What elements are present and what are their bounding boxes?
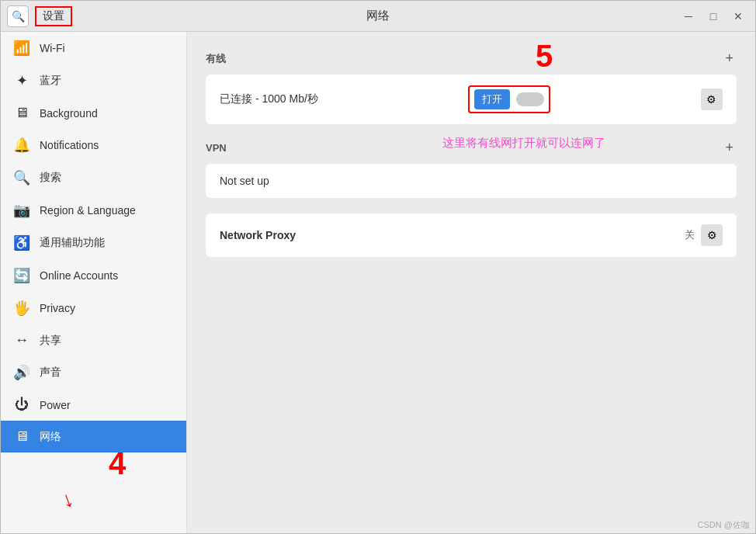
bluetooth-icon: ✦ xyxy=(13,72,30,89)
sidebar-item-label: Online Accounts xyxy=(40,269,118,282)
titlebar-left: 🔍 设置 xyxy=(7,5,72,27)
network-icon: 🖥 xyxy=(13,428,30,445)
wired-section: 有线 + 已连接 - 1000 Mb/秒 打开 ⚙ xyxy=(206,50,737,124)
sidebar-item-region[interactable]: 📷 Region & Language xyxy=(1,194,186,227)
sidebar-item-sound[interactable]: 🔊 声音 xyxy=(1,356,186,389)
titlebar: 🔍 设置 网络 ─ □ ✕ xyxy=(1,1,755,32)
maximize-button[interactable]: □ xyxy=(702,8,724,25)
vpn-section-title: VPN xyxy=(206,142,227,154)
vpn-section: VPN + Not set up xyxy=(206,140,737,198)
gear-icon: ⚙ xyxy=(706,93,716,106)
proxy-section: Network Proxy 关 ⚙ xyxy=(206,213,737,257)
sidebar-item-label: Privacy xyxy=(40,302,75,314)
privacy-icon: 🖐 xyxy=(13,300,30,317)
sidebar: 📶 Wi-Fi ✦ 蓝牙 🖥 Background 🔔 Notification… xyxy=(1,32,187,533)
search-button[interactable]: 🔍 xyxy=(7,5,29,27)
sidebar-item-label: 共享 xyxy=(40,334,61,348)
close-button[interactable]: ✕ xyxy=(727,8,749,25)
proxy-card: Network Proxy 关 ⚙ xyxy=(206,213,737,257)
wired-gear-button[interactable]: ⚙ xyxy=(701,88,723,110)
online-accounts-icon: 🔄 xyxy=(13,267,30,284)
sidebar-item-label: Wi-Fi xyxy=(40,42,65,54)
sidebar-item-background[interactable]: 🖥 Background xyxy=(1,97,186,129)
proxy-off-label: 关 xyxy=(685,228,695,242)
sidebar-item-label: 通用辅助功能 xyxy=(40,236,105,250)
sidebar-item-label: Region & Language xyxy=(40,204,136,217)
sidebar-item-bluetooth[interactable]: ✦ 蓝牙 xyxy=(1,64,186,97)
power-icon: ⏻ xyxy=(13,397,30,413)
app-window: 🔍 设置 网络 ─ □ ✕ 📶 Wi-Fi ✦ 蓝牙 🖥 Backgrou xyxy=(0,0,756,534)
sidebar-item-label: 网络 xyxy=(40,430,61,444)
vpn-not-setup-card: Not set up xyxy=(206,164,737,198)
sidebar-item-wifi[interactable]: 📶 Wi-Fi xyxy=(1,32,186,64)
sidebar-item-accessibility[interactable]: ♿ 通用辅助功能 xyxy=(1,227,186,259)
sidebar-item-label: Background xyxy=(40,107,98,120)
main-area: 📶 Wi-Fi ✦ 蓝牙 🖥 Background 🔔 Notification… xyxy=(1,32,755,533)
accessibility-icon: ♿ xyxy=(13,234,30,251)
content-area: 有线 + 已连接 - 1000 Mb/秒 打开 ⚙ VPN xyxy=(187,32,755,533)
titlebar-controls: ─ □ ✕ xyxy=(678,8,749,25)
notifications-icon: 🔔 xyxy=(13,137,30,154)
sidebar-item-network[interactable]: 🖥 网络 xyxy=(1,421,186,453)
sidebar-item-label: 蓝牙 xyxy=(40,74,61,88)
sharing-icon: ↔ xyxy=(13,332,30,348)
minimize-button[interactable]: ─ xyxy=(678,8,699,25)
wired-toggle-track[interactable] xyxy=(516,92,544,106)
sidebar-item-notifications[interactable]: 🔔 Notifications xyxy=(1,129,186,161)
vpn-status: Not set up xyxy=(220,175,269,187)
sidebar-item-label: 声音 xyxy=(40,366,61,380)
vpn-add-button[interactable]: + xyxy=(722,140,737,156)
search-icon: 🔍 xyxy=(13,169,30,186)
proxy-right: 关 ⚙ xyxy=(685,224,723,246)
proxy-title: Network Proxy xyxy=(220,229,296,241)
wired-connection-card: 已连接 - 1000 Mb/秒 打开 ⚙ xyxy=(206,75,737,124)
wired-section-header: 有线 + xyxy=(206,50,737,67)
region-icon: 📷 xyxy=(13,202,30,219)
wired-section-title: 有线 xyxy=(206,52,226,66)
wired-toggle-area: 打开 xyxy=(468,85,550,113)
sidebar-item-search[interactable]: 🔍 搜索 xyxy=(1,161,186,194)
sidebar-item-online-accounts[interactable]: 🔄 Online Accounts xyxy=(1,259,186,292)
sidebar-item-sharing[interactable]: ↔ 共享 xyxy=(1,324,186,356)
sidebar-item-label: Power xyxy=(40,399,71,411)
search-icon: 🔍 xyxy=(12,10,25,23)
sidebar-item-power[interactable]: ⏻ Power xyxy=(1,389,186,421)
sidebar-item-privacy[interactable]: 🖐 Privacy xyxy=(1,292,186,324)
sidebar-item-label: Notifications xyxy=(40,139,99,151)
wired-connection-status: 已连接 - 1000 Mb/秒 xyxy=(220,92,318,106)
background-icon: 🖥 xyxy=(13,105,30,121)
wired-toggle-on-button[interactable]: 打开 xyxy=(474,89,510,109)
wifi-icon: 📶 xyxy=(13,40,30,57)
window-title: 网络 xyxy=(366,9,390,23)
sound-icon: 🔊 xyxy=(13,364,30,381)
proxy-gear-button[interactable]: ⚙ xyxy=(701,224,723,246)
settings-label: 设置 xyxy=(35,6,72,26)
wired-add-button[interactable]: + xyxy=(722,50,737,67)
vpn-section-header: VPN + xyxy=(206,140,737,156)
gear-icon: ⚙ xyxy=(707,229,717,241)
sidebar-item-label: 搜索 xyxy=(40,171,61,185)
